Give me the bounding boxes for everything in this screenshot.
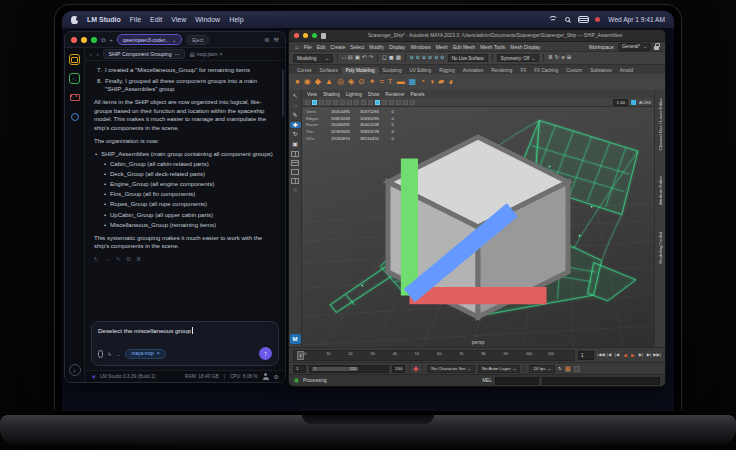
viewport-toolbar-icon[interactable] [382,100,387,105]
settings-gear-icon[interactable]: ⚙ [264,37,269,43]
close-window-button[interactable] [294,33,299,38]
message-action-icon[interactable]: → [105,256,110,264]
mel-input-field[interactable] [495,377,539,385]
shelf-icon[interactable]: ◑ [429,78,434,86]
menubar-item[interactable]: Edit [150,16,162,23]
downloads-icon[interactable]: ↓ [69,364,81,376]
chevron-down-icon[interactable]: ⌄ [116,351,120,357]
toolbar-icon[interactable]: ↶ [362,55,367,61]
range-slider-track[interactable]: 1 120 [309,365,389,373]
message-action-icon[interactable]: ↻ [94,256,99,264]
shelf-tab[interactable]: Rigging [435,67,459,74]
sidebar-toggle-icon[interactable]: ≡ [561,55,564,61]
selection-mask-icon[interactable]: ◼ [389,55,394,61]
shelf-tab[interactable]: Substance [586,67,616,74]
shelf-tab[interactable]: FX Caching [530,67,562,74]
sidebar-vertical-tab[interactable]: Channel Box / Layer Editor [658,98,663,150]
menu-set-selector[interactable]: Modeling ⌄ [293,54,333,63]
my-models-section-icon[interactable] [69,92,80,103]
shelf-tab[interactable]: Custom [562,67,586,74]
scrollbar-thumb[interactable] [282,69,284,117]
viewport-toolbar-icon[interactable] [389,100,394,105]
nav-back-icon[interactable]: ‹ [90,51,92,57]
selection-mask-icon[interactable]: ◻ [382,55,387,61]
shelf-icon[interactable]: ◕ [448,78,453,86]
snap-icon[interactable]: ∪ [441,55,445,61]
shelf-icon[interactable]: ⊙ [358,78,365,86]
sidebar-toggle-icon[interactable]: ⊞ [567,55,572,61]
chat-composer[interactable]: Deselect the miscellaneous group ϟ ⌄ may… [91,321,279,366]
auto-key-toggle[interactable] [565,366,571,372]
chat-section-icon[interactable] [69,54,80,65]
message-action-icon[interactable]: ⧉ [126,256,130,264]
home-icon[interactable]: ⌂ [295,44,299,50]
menubar-item[interactable]: Window [195,16,220,23]
message-action-icon[interactable]: ≣ [136,256,141,264]
exposure-field[interactable]: 1.00 [613,99,628,106]
maya-menu-item[interactable]: Windows [410,44,430,50]
panel-menu-item[interactable]: Lighting [346,92,362,97]
maya-menu-item[interactable]: Edit Mesh [453,44,475,50]
set-key-icon[interactable] [413,366,419,372]
maya-mcp-pill[interactable]: maya-mcp × [125,349,165,359]
control-center-icon[interactable] [578,16,587,23]
toolbar-icon[interactable]: □ [342,55,345,61]
user-icon[interactable] [263,373,269,380]
shelf-icon[interactable]: ◈ [348,78,354,86]
panel-toggle-icon[interactable]: ⧉ [101,37,105,43]
viewport-toolbar-icon[interactable] [410,100,415,105]
shelf-icon[interactable]: ◆ [315,78,321,86]
snap-icon[interactable]: ∪ [410,55,414,61]
snap-icon[interactable]: ∪ [434,55,438,61]
tab-mcp-json[interactable]: ▤ mcp.json × [190,51,223,57]
maya-menu-item[interactable]: Display [389,44,405,50]
playback-button[interactable]: |◀◀ [597,353,605,358]
viewport-toolbar-icon[interactable] [305,100,310,105]
shelf-icon[interactable]: ◔ [420,78,425,86]
maya-menu-item[interactable]: Select [350,44,364,50]
anim-start-field[interactable]: 1 [293,365,306,373]
shelf-icon[interactable]: ≈ [379,78,383,86]
shelf-icon[interactable]: ● [295,78,300,86]
color-management-icon[interactable] [631,100,636,105]
viewport-toolbar-icon[interactable] [333,100,338,105]
panel-menu-item[interactable]: Renderer [385,92,404,97]
sidebar-vertical-tab[interactable]: Attribute Editor [658,176,663,205]
scale-tool-icon[interactable]: ▣ [290,141,301,148]
character-set-selector[interactable]: No Character Set ⌄ [427,365,475,373]
playback-button[interactable]: ▶| [645,353,653,358]
shelf-tab[interactable]: Sculpting [379,67,406,74]
shelf-tab[interactable]: Poly Modeling [342,67,379,74]
composer-input[interactable]: Deselect the miscellaneous group [98,327,191,334]
tab-ship-component-grouping[interactable]: SHIP Component Grouping ⋯ [103,49,184,59]
camera-label[interactable]: persp [472,339,485,345]
chat-message-area[interactable]: 7. I created a "Miscellaneous_Group" for… [85,61,285,318]
toolbar-icon[interactable]: ↷ [369,55,374,61]
viewport-toolbar-icon[interactable] [396,100,401,105]
move-tool-icon[interactable]: ✚ [290,122,301,129]
shelf-tab[interactable]: FX [516,67,530,74]
playback-button[interactable]: ▶▶| [653,353,661,358]
panel-menu-item[interactable]: Panels [410,92,424,97]
spotlight-search-icon[interactable] [565,17,570,22]
mcp-plugin-icon[interactable]: ϟ [108,351,111,357]
shelf-icon[interactable]: T [388,78,393,86]
shelf-tab[interactable]: UV Editing [405,67,435,74]
minimize-window-button[interactable] [303,33,308,38]
playback-button[interactable]: ▶| [637,353,645,358]
maya-menu-item[interactable]: Mesh [436,44,448,50]
colorspace-label[interactable]: ACES [639,100,651,105]
playback-button[interactable]: ▶ [629,353,637,358]
zoom-window-button[interactable] [91,37,97,43]
menubar-item[interactable]: File [130,16,141,23]
maya-menu-item[interactable]: Create [330,44,345,50]
snap-icon[interactable]: ∪ [416,55,420,61]
shelf-icon[interactable]: ✦ [369,78,376,86]
zoom-layout-icon[interactable]: ○ [290,187,301,194]
menubar-item[interactable]: View [171,16,186,23]
maya-menu-item[interactable]: Edit [317,44,326,50]
snap-icon[interactable]: ∪ [422,55,426,61]
nav-forward-icon[interactable]: › [97,51,99,57]
tab-more-icon[interactable]: ⋯ [175,51,180,57]
panel-menu-item[interactable]: Show [368,92,380,97]
